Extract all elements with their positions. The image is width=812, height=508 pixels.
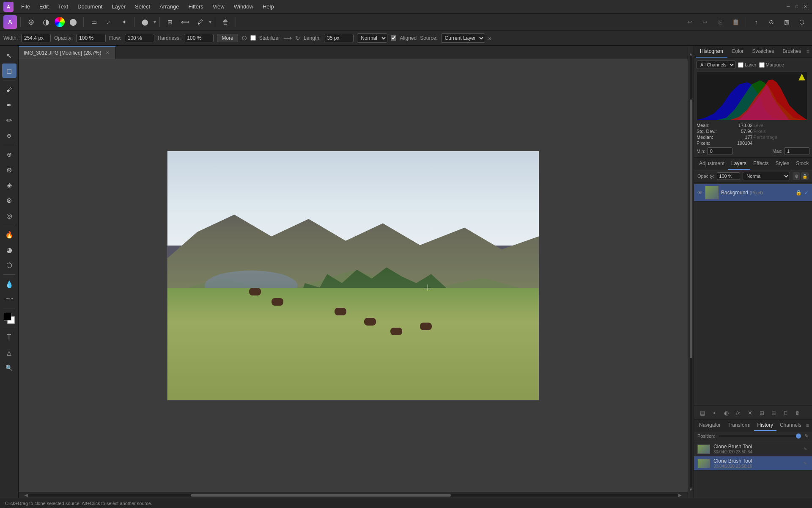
- tab-swatches[interactable]: Swatches: [748, 46, 778, 58]
- scroll-thumb-h[interactable]: [191, 494, 451, 497]
- menu-document[interactable]: Document: [73, 2, 107, 11]
- tab-histogram[interactable]: Histogram: [696, 46, 727, 58]
- sponge-tool[interactable]: ⬡: [2, 258, 16, 272]
- color-swatches[interactable]: [2, 311, 16, 326]
- menu-help[interactable]: Help: [258, 2, 278, 11]
- mode-select[interactable]: Normal Multiply Screen Overlay: [357, 33, 387, 43]
- brush-tool[interactable]: 🖌: [2, 83, 16, 97]
- pen-tool[interactable]: ✒: [2, 98, 16, 112]
- top-panel-menu-btn[interactable]: ≡: [805, 47, 810, 56]
- canvas-tab-main[interactable]: IMG_3012.JPG [Modified] (28.7%) ✕: [19, 46, 116, 59]
- view-btn[interactable]: ⊙: [765, 15, 778, 29]
- undo-btn[interactable]: ↩: [683, 15, 697, 29]
- marquee-checkbox[interactable]: [759, 62, 765, 68]
- canvas-viewport[interactable]: [19, 59, 688, 492]
- menu-text[interactable]: Text: [54, 2, 72, 11]
- ellipse-dropdown[interactable]: ▾: [154, 19, 156, 25]
- scroll-up-btn[interactable]: ▲: [689, 52, 693, 56]
- new-fill-btn[interactable]: ◐: [721, 408, 731, 418]
- tab-brushes[interactable]: Brushes: [778, 46, 805, 58]
- max-input[interactable]: [784, 147, 809, 155]
- export-btn[interactable]: ↑: [749, 15, 763, 29]
- rainbow-btn[interactable]: [55, 17, 65, 27]
- stabilizer-checkbox[interactable]: [250, 35, 256, 41]
- maximize-button[interactable]: □: [793, 3, 800, 10]
- tab-stock[interactable]: Stock: [793, 158, 812, 170]
- layer-arrange-btn[interactable]: ⊟: [780, 408, 790, 418]
- scroll-down-btn[interactable]: ▼: [689, 487, 693, 492]
- tab-history[interactable]: History: [754, 420, 776, 431]
- layer-row-background[interactable]: 👁 Background (Pixel) 🔒 ✓: [694, 184, 812, 202]
- minimize-button[interactable]: ─: [785, 3, 792, 10]
- blur-tool[interactable]: ◎: [2, 208, 16, 223]
- menu-window[interactable]: Window: [230, 2, 258, 11]
- flood-fill-tool[interactable]: 💧: [2, 277, 16, 291]
- display-btn[interactable]: ▧: [780, 15, 793, 29]
- assistant-btn[interactable]: ⬡: [795, 15, 809, 29]
- history-edit-btn-2[interactable]: ✎: [802, 460, 809, 467]
- more-button[interactable]: More: [217, 34, 238, 42]
- shape-tool[interactable]: △: [2, 345, 16, 360]
- new-pixel-layer-btn[interactable]: ▪: [709, 408, 719, 418]
- history-item-2[interactable]: Clone Brush Tool 30/04/2020 23:58:19 ✎: [694, 456, 812, 471]
- menu-edit[interactable]: Edit: [35, 2, 53, 11]
- grid-btn[interactable]: ⊞: [163, 15, 177, 29]
- layer-mask-btn[interactable]: ▤: [768, 408, 779, 418]
- menu-filters[interactable]: Filters: [184, 2, 207, 11]
- tab-channels[interactable]: Channels: [776, 420, 805, 431]
- tab-effects[interactable]: Effects: [750, 158, 772, 170]
- layer-opacity-input[interactable]: [717, 172, 740, 180]
- scroll-track-v[interactable]: [690, 56, 692, 487]
- source-select[interactable]: Current Layer All Layers Below Layer: [441, 33, 485, 43]
- lasso-btn[interactable]: ⟋: [102, 15, 116, 29]
- white-circle-btn[interactable]: ⬤: [66, 15, 80, 29]
- smudge-tool[interactable]: 〰: [2, 292, 16, 306]
- paint-btn[interactable]: 🖊: [194, 15, 207, 29]
- retouch-tool[interactable]: ⊗: [2, 193, 16, 207]
- tab-transform[interactable]: Transform: [724, 420, 754, 431]
- patch-tool[interactable]: ◈: [2, 178, 16, 192]
- ellipse-btn[interactable]: ⬤: [138, 15, 152, 29]
- healing-tool[interactable]: ⊛: [2, 163, 16, 177]
- layer-group-btn[interactable]: ⊞: [757, 408, 767, 418]
- layer-trash-btn[interactable]: 🗑: [792, 408, 802, 418]
- scroll-track-h[interactable]: [28, 494, 678, 497]
- menu-view[interactable]: View: [208, 2, 229, 11]
- move-tool[interactable]: ↖: [2, 48, 16, 63]
- zoom-tool[interactable]: 🔍: [2, 361, 16, 375]
- clone-tool[interactable]: ⊕: [2, 147, 16, 162]
- rect-select-btn[interactable]: ▭: [87, 15, 101, 29]
- copy-btn[interactable]: ⎘: [713, 15, 727, 29]
- tab-styles[interactable]: Styles: [772, 158, 793, 170]
- color-wheel-btn[interactable]: ⊕: [24, 15, 38, 29]
- paste-btn[interactable]: 📋: [729, 15, 742, 29]
- hardness-input[interactable]: [184, 34, 214, 42]
- history-slider-thumb[interactable]: [796, 433, 801, 439]
- menu-layer[interactable]: Layer: [107, 2, 130, 11]
- aligned-checkbox[interactable]: [391, 35, 396, 41]
- half-tone-btn[interactable]: ◑: [39, 15, 53, 29]
- tab-layers[interactable]: Layers: [728, 158, 750, 170]
- layer-checkbox[interactable]: [738, 62, 743, 68]
- magic-wand-btn[interactable]: ✦: [118, 15, 131, 29]
- layer-eye-icon[interactable]: 👁: [697, 190, 702, 196]
- layer-delete-btn[interactable]: ✕: [745, 408, 755, 418]
- canvas-tab-close[interactable]: ✕: [104, 50, 110, 56]
- arrange-btn[interactable]: ⟺: [178, 15, 192, 29]
- history-edit-btn-1[interactable]: ✎: [802, 446, 809, 453]
- layer-mode-select[interactable]: Normal Multiply Screen Overlay: [743, 172, 790, 180]
- trash-btn[interactable]: 🗑: [219, 15, 232, 29]
- paint-dropdown[interactable]: ▾: [209, 19, 211, 25]
- width-input[interactable]: [21, 34, 51, 42]
- burn-tool[interactable]: ◕: [2, 243, 16, 257]
- tab-navigator[interactable]: Navigator: [696, 420, 724, 431]
- close-button[interactable]: ✕: [802, 3, 809, 10]
- tab-adjustment[interactable]: Adjustment: [696, 158, 728, 170]
- select-tool[interactable]: ◻: [2, 64, 16, 78]
- min-input[interactable]: [707, 147, 732, 155]
- flow-input[interactable]: [125, 34, 154, 42]
- length-input[interactable]: [324, 34, 354, 42]
- history-edit-icon[interactable]: ✎: [804, 433, 809, 439]
- text-tool[interactable]: T: [2, 330, 16, 345]
- tab-color[interactable]: Color: [727, 46, 748, 58]
